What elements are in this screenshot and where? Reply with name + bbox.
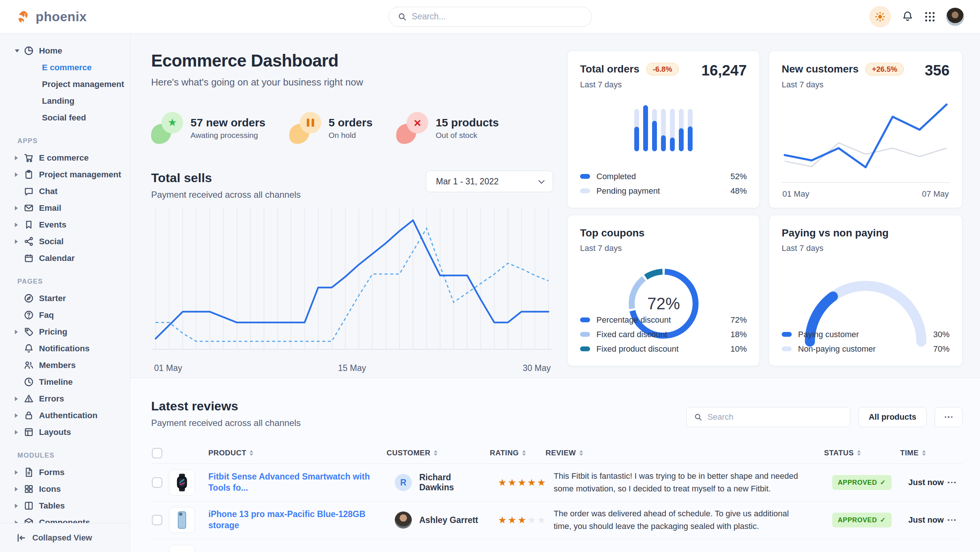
new-customers-chart bbox=[782, 96, 950, 186]
customer-avatar[interactable] bbox=[395, 512, 412, 528]
table-row bbox=[151, 539, 963, 552]
card-period: Last 7 days bbox=[580, 244, 747, 253]
search-input[interactable] bbox=[412, 11, 583, 22]
stat-success: ★57 new ordersAwating processing bbox=[151, 112, 266, 144]
customer-avatar[interactable]: R bbox=[395, 474, 412, 491]
sidebar-item-pricing[interactable]: Pricing bbox=[0, 323, 130, 340]
sidebar-subitem-landing[interactable]: Landing bbox=[0, 93, 130, 109]
orders-bar-fill bbox=[661, 135, 666, 151]
stat-value: 5 orders bbox=[329, 116, 372, 129]
sidebar-item-notifications[interactable]: Notifications bbox=[0, 340, 130, 357]
reviews-title: Latest reviews bbox=[151, 399, 301, 413]
global-search[interactable] bbox=[388, 7, 592, 27]
sidebar-item-calendar[interactable]: Calendar bbox=[0, 250, 130, 266]
compass-icon bbox=[24, 293, 34, 303]
sidebar-subitem-social-feed[interactable]: Social feed bbox=[0, 109, 130, 126]
orders-bar-fill bbox=[652, 121, 657, 151]
sidebar-item-authentication[interactable]: Authentication bbox=[0, 407, 130, 424]
sidebar-item-label: Errors bbox=[39, 394, 64, 404]
orders-bar-fill bbox=[643, 105, 648, 151]
sidebar-item-events[interactable]: Events bbox=[0, 216, 130, 233]
sidebar-item-label: Components bbox=[39, 518, 90, 523]
row-checkbox[interactable] bbox=[152, 477, 162, 488]
chevron-right-icon bbox=[15, 206, 24, 211]
orders-bar-fill bbox=[688, 126, 692, 151]
user-avatar[interactable] bbox=[946, 8, 964, 26]
reviews-subtitle: Payment received across all channels bbox=[151, 418, 301, 428]
sidebar-item-label: Social bbox=[39, 237, 64, 246]
stat-caption: Out of stock bbox=[436, 131, 499, 140]
sidebar-item-email[interactable]: Email bbox=[0, 199, 130, 216]
column-header-time[interactable]: TIME bbox=[897, 449, 948, 457]
legend-swatch bbox=[580, 317, 590, 322]
kpi-cards: Total orders -6.8% Last 7 days 16,247 Co… bbox=[567, 51, 963, 373]
legend-label: Completed bbox=[597, 172, 636, 181]
sidebar-item-icons[interactable]: Icons bbox=[0, 481, 130, 497]
row-menu-button[interactable] bbox=[948, 519, 963, 521]
legend-label: Non-paying customer bbox=[798, 344, 876, 354]
chevron-right-icon bbox=[15, 223, 24, 227]
check-icon: ✓ bbox=[880, 479, 886, 487]
chevron-right-icon bbox=[15, 487, 24, 491]
collapse-label: Collapsed View bbox=[32, 533, 92, 543]
select-all-checkbox[interactable] bbox=[152, 448, 162, 458]
product-link[interactable]: iPhone 13 pro max-Pacific Blue-128GB sto… bbox=[205, 509, 383, 531]
column-header-status[interactable]: STATUS bbox=[821, 449, 897, 457]
bell-icon bbox=[24, 343, 34, 354]
total-orders-card: Total orders -6.8% Last 7 days 16,247 Co… bbox=[567, 51, 760, 208]
product-image bbox=[169, 545, 195, 552]
calendar-icon bbox=[24, 253, 34, 263]
collapse-view-button[interactable]: Collapsed View bbox=[0, 523, 130, 552]
row-menu-button[interactable] bbox=[948, 482, 963, 483]
notifications-button[interactable] bbox=[901, 10, 914, 23]
columns-icon bbox=[24, 501, 34, 511]
sidebar-item-forms[interactable]: Forms bbox=[0, 464, 130, 481]
card-title: Total orders bbox=[580, 63, 640, 75]
reviews-more-button[interactable] bbox=[935, 407, 963, 427]
sidebar-item-layouts[interactable]: Layouts bbox=[0, 424, 130, 440]
sidebar-item-members[interactable]: Members bbox=[0, 357, 130, 373]
column-header-review[interactable]: REVIEW bbox=[542, 449, 821, 457]
apps-menu-button[interactable] bbox=[924, 11, 935, 22]
sidebar-item-social[interactable]: Social bbox=[0, 233, 130, 250]
product-image-cell bbox=[169, 507, 205, 533]
sidebar-item-project-management[interactable]: Project management bbox=[0, 166, 130, 183]
sidebar-item-label: Forms bbox=[39, 467, 65, 477]
sidebar-item-timeline[interactable]: Timeline bbox=[0, 373, 130, 390]
product-link[interactable]: Fitbit Sense Advanced Smartwatch with To… bbox=[205, 471, 383, 494]
brand-logo[interactable]: phoenix bbox=[16, 9, 87, 24]
collapse-icon bbox=[16, 533, 26, 543]
chevron-right-icon bbox=[15, 504, 24, 508]
reviews-search-input[interactable] bbox=[708, 412, 843, 422]
sidebar-item-components[interactable]: Components bbox=[0, 514, 130, 523]
legend-swatch bbox=[580, 188, 590, 193]
sidebar-item-starter[interactable]: Starter bbox=[0, 290, 130, 307]
theme-toggle-button[interactable] bbox=[869, 6, 891, 27]
card-period: Last 7 days bbox=[782, 244, 950, 253]
sidebar-item-faq[interactable]: Faq bbox=[0, 307, 130, 323]
column-header-rating[interactable]: RATING bbox=[487, 449, 542, 457]
legend-value: 52% bbox=[730, 172, 747, 181]
sidebar-item-tables[interactable]: Tables bbox=[0, 497, 130, 514]
status-badge: APPROVED✓ bbox=[832, 475, 892, 490]
column-header-product[interactable]: PRODUCT bbox=[205, 449, 383, 457]
sidebar-item-home[interactable]: Home bbox=[0, 42, 130, 59]
search-icon bbox=[398, 12, 407, 21]
date-range-select[interactable]: Mar 1 - 31, 2022 bbox=[426, 171, 553, 192]
sidebar-item-chat[interactable]: Chat bbox=[0, 183, 130, 199]
question-icon bbox=[24, 310, 34, 320]
reviews-table-header: PRODUCTCUSTOMERRATINGREVIEWSTATUSTIME bbox=[151, 442, 963, 464]
sidebar-subitem-project-management[interactable]: Project management bbox=[0, 76, 130, 93]
paying-legend-item: Non-paying customer70% bbox=[782, 341, 950, 356]
column-header-customer[interactable]: CUSTOMER bbox=[383, 449, 487, 457]
sidebar-item-e-commerce[interactable]: E commerce bbox=[0, 150, 130, 166]
stat-caption: On hold bbox=[329, 131, 372, 140]
row-checkbox[interactable] bbox=[152, 515, 162, 525]
all-products-button[interactable]: All products bbox=[859, 407, 926, 427]
sidebar-item-errors[interactable]: Errors bbox=[0, 390, 130, 407]
legend-swatch bbox=[782, 346, 792, 351]
reviews-search[interactable] bbox=[686, 407, 850, 427]
rating-stars: ★★★★★ bbox=[487, 514, 542, 526]
sidebar-item-label: Tables bbox=[39, 501, 65, 511]
sidebar-subitem-e-commerce[interactable]: E commerce bbox=[0, 59, 130, 76]
